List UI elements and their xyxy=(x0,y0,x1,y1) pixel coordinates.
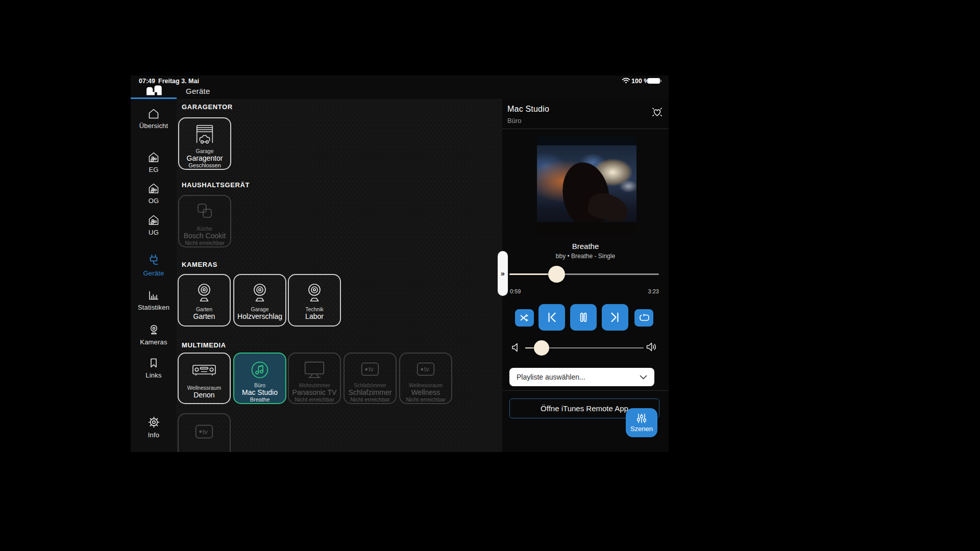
player-device-name: Mac Studio xyxy=(507,105,549,114)
webcam-icon xyxy=(148,323,160,336)
media-card-panasonic-tv[interactable]: Wohnzimmer Panasonic TV Nicht erreichbar xyxy=(288,353,341,404)
sidebar-item-uebersicht[interactable]: Übersicht xyxy=(131,108,177,130)
camera-card-labor[interactable]: Technik Labor xyxy=(288,274,341,327)
floor-icon xyxy=(148,152,160,163)
apple-tv-icon: tv xyxy=(192,418,216,445)
media-card-mac-studio[interactable]: Büro Mac Studio Breathe xyxy=(233,353,286,404)
track-subtitle: bby • Breathe - Single xyxy=(502,253,669,260)
playlist-placeholder: Playliste auswählen... xyxy=(517,373,640,381)
track-title: Breathe xyxy=(502,242,669,251)
device-card-bosch-cookit[interactable]: Küche Bosch Cookit Nicht erreichbar xyxy=(178,195,231,247)
shuffle-button[interactable] xyxy=(515,309,534,327)
next-track-button[interactable] xyxy=(602,304,628,331)
svg-text:tv: tv xyxy=(424,366,429,373)
sidebar-item-links[interactable]: Links xyxy=(131,357,177,379)
apple-tv-icon: tv xyxy=(358,358,382,382)
panel-divider xyxy=(502,129,669,129)
webcam-icon xyxy=(192,279,216,306)
volume-knob[interactable] xyxy=(534,340,549,356)
camera-card-holzverschlag[interactable]: Garage Holzverschlag xyxy=(233,274,286,327)
time-elapsed: 0:59 xyxy=(510,288,521,294)
player-device-room: Büro xyxy=(507,117,521,124)
faders-icon xyxy=(635,413,648,424)
svg-text:tv: tv xyxy=(203,429,208,436)
av-receiver-icon xyxy=(191,358,217,384)
sidebar-item-og[interactable]: OG xyxy=(131,183,177,205)
bookmark-icon xyxy=(148,357,160,369)
panel-expand-handle[interactable]: » xyxy=(498,251,508,296)
page-title: Geräte xyxy=(186,87,210,95)
plug-icon xyxy=(147,254,160,267)
app-logo-icon[interactable] xyxy=(145,84,164,96)
previous-icon xyxy=(545,311,558,324)
gear-icon xyxy=(148,416,160,429)
battery-icon xyxy=(648,78,660,84)
chevrons-right-icon: » xyxy=(501,269,505,278)
webcam-icon xyxy=(248,279,272,306)
camera-card-garten[interactable]: Garten Garten xyxy=(178,274,231,327)
repeat-button[interactable] xyxy=(634,309,653,327)
device-card-garagentor[interactable]: Garage Garagentor Geschlossen xyxy=(178,117,231,170)
media-card-denon[interactable]: Wellnessraum Denon xyxy=(178,353,231,404)
battery-percent: 100 % xyxy=(631,78,649,85)
sidebar-item-kameras[interactable]: Kameras xyxy=(131,323,177,346)
chevron-down-icon xyxy=(640,375,647,380)
time-total: 3:23 xyxy=(648,288,659,294)
scenes-button[interactable]: Szenen xyxy=(626,408,657,437)
home-icon xyxy=(148,108,160,119)
next-icon xyxy=(608,311,622,324)
tv-icon xyxy=(302,358,327,382)
floor-icon xyxy=(148,214,160,226)
cookit-icon xyxy=(193,200,216,225)
volume-low-icon xyxy=(511,342,521,353)
media-card-wellness[interactable]: tv Wellnessraum Wellness Nicht erreichba… xyxy=(399,353,452,404)
shuffle-icon xyxy=(519,313,530,323)
media-card-partial[interactable]: tv xyxy=(178,413,231,452)
status-date: Freitag 3. Mai xyxy=(158,78,199,85)
panel-divider xyxy=(502,390,669,391)
scenes-label: Szenen xyxy=(630,425,653,433)
pause-button[interactable] xyxy=(570,304,597,331)
progress-knob[interactable] xyxy=(548,266,565,283)
section-title-multimedia: MULTIMEDIA xyxy=(182,341,226,349)
smart-home-app: 07:49 Freitag 3. Mai 100 % Geräte Übersi… xyxy=(131,76,669,452)
sidebar-item-ug[interactable]: UG xyxy=(131,214,177,236)
pause-icon xyxy=(577,311,590,324)
sidebar-item-info[interactable]: Info xyxy=(131,416,177,439)
album-art xyxy=(537,137,636,236)
status-time: 07:49 xyxy=(139,78,155,85)
heart-sparkle-icon[interactable] xyxy=(651,106,664,118)
svg-text:tv: tv xyxy=(369,366,374,373)
playlist-select[interactable]: Playliste auswählen... xyxy=(509,368,654,386)
garage-door-icon xyxy=(192,122,217,147)
media-card-schlafzimmer[interactable]: tv Schlafzimmer Schlafzimmer Nicht errei… xyxy=(344,353,397,404)
section-title-garagentor: GARAGENTOR xyxy=(182,103,233,111)
floor-icon xyxy=(148,183,160,194)
sidebar-item-statistiken[interactable]: Statistiken xyxy=(131,290,177,311)
volume-high-icon xyxy=(646,341,658,353)
sidebar-item-eg[interactable]: EG xyxy=(131,152,177,173)
apple-tv-icon: tv xyxy=(414,358,437,382)
webcam-icon xyxy=(302,279,327,306)
stats-icon xyxy=(148,290,160,301)
sidebar-item-geraete[interactable]: Geräte xyxy=(131,254,177,277)
section-title-haushaltsgeraet: HAUSHALTSGERÄT xyxy=(182,181,250,189)
wifi-icon xyxy=(622,77,630,84)
repeat-icon xyxy=(639,313,650,323)
previous-track-button[interactable] xyxy=(538,304,565,331)
music-note-icon xyxy=(248,358,272,382)
section-title-kameras: KAMERAS xyxy=(182,261,217,268)
